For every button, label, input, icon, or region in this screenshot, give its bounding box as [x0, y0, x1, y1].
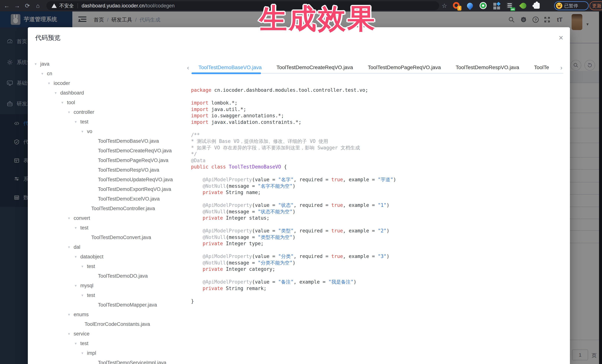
tree-folder-node[interactable]: ▾test [28, 339, 189, 348]
tree-folder-node[interactable]: ▾dal [28, 242, 189, 252]
tree-file-node[interactable]: ToolErrorCodeConstants.java [28, 319, 189, 329]
caret-down-icon[interactable]: ▾ [74, 226, 80, 230]
tree-folder-node[interactable]: ▾dataobject [28, 252, 189, 261]
extension-badge: 1 [457, 6, 462, 10]
tabs-scroll-right-icon[interactable]: › [559, 64, 564, 71]
tree-folder-node[interactable]: ▾cn [28, 69, 189, 78]
code-line: } [191, 298, 567, 304]
tree-folder-node[interactable]: ▾enums [28, 310, 189, 319]
caret-down-icon[interactable]: ▾ [74, 341, 80, 346]
file-tab-1[interactable]: ToolTestDemoCreateReqVO.java [269, 62, 360, 73]
profile-emoji-icon [556, 3, 562, 9]
extension-list-icon[interactable]: on [506, 2, 514, 10]
code-line [191, 196, 567, 202]
extension-pin-icon[interactable] [466, 2, 474, 10]
extension-ubuntu-icon[interactable]: 1 [453, 2, 460, 10]
browser-scrollbar[interactable] [599, 11, 602, 364]
caret-down-icon[interactable]: ▾ [67, 312, 74, 317]
code-line [191, 291, 567, 298]
tree-folder-node[interactable]: ▾test [28, 117, 189, 127]
caret-down-icon[interactable]: ▾ [47, 81, 54, 85]
tree-file-node[interactable]: ToolTestDemoMapper.java [28, 300, 189, 310]
url-path: /tool/codegen [144, 3, 174, 9]
caret-down-icon[interactable]: ▾ [54, 91, 60, 95]
bookmark-star-icon[interactable]: ☆ [440, 0, 448, 11]
security-label[interactable]: 不安全 [59, 3, 74, 9]
code-line [191, 221, 567, 228]
code-line [191, 94, 567, 100]
forward-button[interactable]: → [12, 0, 22, 11]
tree-file-node[interactable]: ToolTestDemoUpdateReqVO.java [28, 175, 189, 184]
caret-down-icon[interactable]: ▾ [67, 216, 74, 220]
tree-folder-node[interactable]: ▾service [28, 329, 189, 339]
code-line: import javax.validation.constraints.*; [191, 119, 567, 125]
tree-file-node[interactable]: ToolTestDemoCreateReqVO.java [28, 146, 189, 156]
profile-paused-button[interactable]: 已暂停 [554, 1, 589, 10]
tree-file-node[interactable]: ToolTestDemoExcelVO.java [28, 194, 189, 204]
tree-folder-node[interactable]: ▾dashboard [28, 88, 189, 98]
reload-button[interactable]: ⟳ [23, 0, 32, 11]
caret-down-icon[interactable]: ▾ [33, 62, 40, 66]
extension-leaf-icon[interactable] [520, 2, 527, 10]
caret-down-icon[interactable]: ▾ [80, 129, 87, 134]
tree-folder-node[interactable]: ▾test [28, 291, 189, 300]
code-line: */ [191, 151, 567, 157]
dialog-title: 代码预览 [35, 33, 60, 42]
caret-down-icon[interactable]: ▾ [67, 110, 74, 114]
code-line: @NotNull(message = "分类不能为空") [191, 260, 567, 266]
code-viewer[interactable]: package cn.iocoder.dashboard.modules.too… [191, 85, 567, 364]
code-line: * 测试示例 Base VO，提供给添加、修改、详细的子 VO 使用 [191, 138, 567, 145]
code-line: @NotNull(message = "名字不能为空") [191, 183, 567, 189]
code-line: private Integer status; [191, 215, 567, 221]
tree-folder-node[interactable]: ▾controller [28, 107, 189, 117]
file-tab-3[interactable]: ToolTestDemoRespVO.java [448, 62, 527, 73]
tabs-scroll-left-icon[interactable]: ‹ [185, 64, 191, 71]
tree-file-node[interactable]: ToolTestDemoRespVO.java [28, 165, 189, 175]
caret-down-icon[interactable]: ▾ [80, 264, 87, 269]
address-bar[interactable]: 不安全 dashboard.yudao.iocoder.cn /tool/cod… [46, 1, 439, 10]
tree-folder-node[interactable]: ▾test [28, 261, 189, 271]
tree-folder-node[interactable]: ▾mysql [28, 281, 189, 291]
caret-down-icon[interactable]: ▾ [80, 293, 87, 297]
browser-update-button[interactable]: 更新 ⋮ [589, 1, 602, 10]
file-tree: ▾java▾cn▾iocoder▾dashboard▾tool▾controll… [28, 59, 189, 364]
tree-folder-node[interactable]: ▾impl [28, 348, 189, 358]
extension-puzzle-icon[interactable] [533, 2, 540, 10]
file-tab-0[interactable]: ToolTestDemoBaseVO.java [191, 62, 269, 73]
caret-down-icon[interactable]: ▾ [60, 100, 67, 105]
extension-green-icon[interactable] [480, 2, 487, 10]
tree-folder-node[interactable]: ▾convert [28, 213, 189, 223]
code-line: public class ToolTestDemoBaseVO { [191, 164, 567, 170]
browser-menu-icon[interactable]: ⋮ [598, 3, 602, 9]
tree-file-node[interactable]: ToolTestDemoController.java [28, 204, 189, 213]
back-button[interactable]: ← [2, 0, 11, 11]
tree-file-node[interactable]: ToolTestDemoExportReqVO.java [28, 184, 189, 194]
extension-diamond-icon[interactable] [493, 2, 500, 10]
close-icon[interactable]: × [559, 34, 563, 42]
file-tab-2[interactable]: ToolTestDemoPageReqVO.java [360, 62, 448, 73]
code-line: * 如果子 VO 存在差异的字段，请不要添加到这里，影响 Swagger 文档生… [191, 145, 567, 151]
caret-down-icon[interactable]: ▾ [74, 254, 80, 259]
not-secure-icon [52, 3, 57, 8]
tree-file-node[interactable]: ToolTestDemoConvert.java [28, 233, 189, 242]
code-preview-dialog: 代码预览 × ▾java▾cn▾iocoder▾dashboard▾tool▾c… [28, 27, 570, 364]
tree-file-node[interactable]: ToolTestDemoPageReqVO.java [28, 156, 189, 165]
caret-down-icon[interactable]: ▾ [40, 71, 47, 76]
code-line: @ApiModelProperty(value = "类型", required… [191, 228, 567, 234]
tree-folder-node[interactable]: ▾test [28, 223, 189, 233]
tree-folder-node[interactable]: ▾java [28, 59, 189, 69]
caret-down-icon[interactable]: ▾ [67, 332, 74, 336]
file-tab-4[interactable]: ToolTe [527, 62, 556, 73]
caret-down-icon[interactable]: ▾ [67, 245, 74, 249]
tree-file-node[interactable]: ToolTestDemoDO.java [28, 271, 189, 281]
tree-folder-node[interactable]: ▾vo [28, 127, 189, 136]
tree-folder-node[interactable]: ▾iocoder [28, 78, 189, 88]
caret-down-icon[interactable]: ▾ [80, 351, 87, 355]
caret-down-icon[interactable]: ▾ [74, 120, 80, 124]
caret-down-icon[interactable]: ▾ [74, 283, 80, 288]
home-button[interactable]: ⌂ [33, 0, 43, 11]
tree-file-node[interactable]: ToolTestDemoServiceImpl.java [28, 358, 189, 364]
tree-folder-node[interactable]: ▾tool [28, 98, 189, 107]
code-line: private Integer category; [191, 266, 567, 272]
tree-file-node[interactable]: ToolTestDemoBaseVO.java [28, 136, 189, 146]
